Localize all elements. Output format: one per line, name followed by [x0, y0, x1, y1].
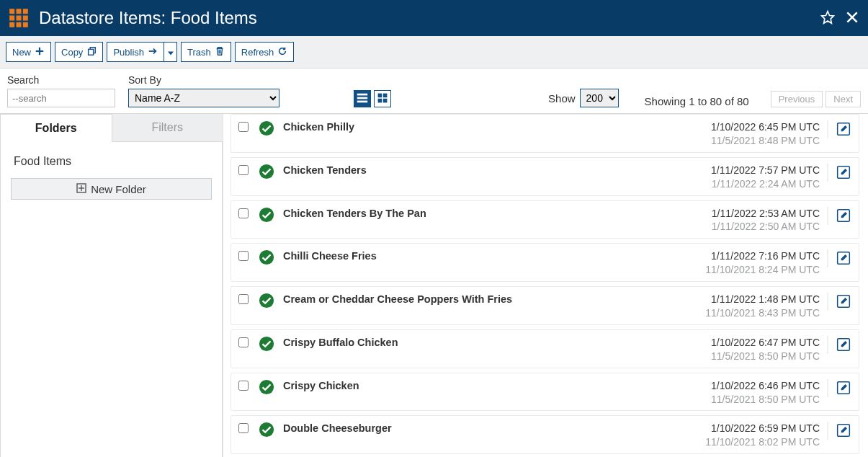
date-modified: 1/11/2022 7:57 PM UTC — [711, 164, 820, 177]
date-modified: 1/10/2022 6:59 PM UTC — [705, 422, 820, 435]
new-button[interactable]: New — [6, 42, 51, 62]
list-item[interactable]: Chicken Tenders1/11/2022 7:57 PM UTC1/11… — [231, 157, 859, 196]
show-count-group: Show 200 — [548, 89, 619, 107]
edit-button[interactable] — [836, 251, 851, 267]
title-bar: Datastore Items: Food Items — [0, 0, 868, 36]
row-checkbox[interactable] — [238, 208, 249, 218]
svg-rect-5 — [23, 16, 28, 21]
row-checkbox[interactable] — [238, 122, 249, 132]
list-item[interactable]: Cream or Cheddar Cheese Poppers With Fri… — [231, 286, 859, 325]
date-created: 1/11/2022 2:50 AM UTC — [712, 220, 820, 234]
svg-rect-19 — [357, 100, 367, 102]
new-folder-button[interactable]: New Folder — [11, 178, 212, 200]
edit-button[interactable] — [836, 337, 851, 354]
item-name: Cream or Cheddar Cheese Poppers With Fri… — [283, 293, 705, 305]
item-name: Chicken Tenders By The Pan — [283, 207, 712, 219]
tab-filters[interactable]: Filters — [112, 114, 223, 142]
item-dates: 1/11/2022 2:53 AM UTC1/11/2022 2:50 AM U… — [712, 207, 827, 234]
sidebar: Folders Filters Food Items New Folder — [0, 114, 223, 457]
copy-button[interactable]: Copy — [55, 42, 103, 62]
publish-button[interactable]: Publish — [107, 42, 164, 62]
svg-rect-20 — [378, 93, 382, 97]
item-list[interactable]: Chicken Philly1/10/2022 6:45 PM UTC11/5/… — [223, 114, 868, 457]
search-label: Search — [7, 74, 115, 86]
copy-icon — [86, 46, 97, 58]
new-button-label: New — [12, 47, 31, 58]
edit-button[interactable] — [836, 165, 851, 182]
svg-rect-8 — [23, 22, 28, 27]
next-button[interactable]: Next — [826, 91, 861, 107]
pager: Previous Next — [771, 91, 861, 107]
folder-root-label[interactable]: Food Items — [14, 155, 212, 168]
edit-button[interactable] — [836, 208, 851, 225]
svg-rect-3 — [9, 16, 14, 21]
sort-group: Sort By Name A-Z — [128, 74, 279, 107]
date-modified: 1/11/2022 7:16 PM UTC — [705, 249, 820, 263]
edit-button[interactable] — [836, 423, 851, 440]
status-ok-icon — [259, 164, 274, 179]
edit-button[interactable] — [836, 122, 851, 138]
apps-grid-icon[interactable] — [9, 8, 29, 28]
close-icon[interactable] — [845, 10, 859, 27]
svg-marker-16 — [168, 51, 174, 55]
row-checkbox[interactable] — [238, 294, 249, 304]
item-name: Chicken Philly — [283, 120, 711, 133]
copy-button-label: Copy — [61, 47, 83, 58]
sort-label: Sort By — [128, 74, 279, 86]
status-ok-icon — [259, 293, 274, 309]
svg-point-33 — [259, 250, 274, 265]
svg-rect-14 — [89, 49, 94, 55]
date-created: 11/5/2021 8:50 PM UTC — [711, 350, 820, 363]
svg-marker-9 — [822, 11, 834, 23]
favorite-star-icon[interactable] — [820, 10, 835, 27]
list-item[interactable]: Chicken Philly1/10/2022 6:45 PM UTC11/5/… — [231, 114, 859, 153]
previous-button[interactable]: Previous — [771, 91, 823, 107]
action-toolbar: New Copy Publish Trash Refresh — [0, 36, 868, 68]
plus-icon — [35, 46, 45, 58]
list-item[interactable]: Chicken Tenders By The Pan1/11/2022 2:53… — [231, 200, 859, 239]
sort-select[interactable]: Name A-Z — [128, 89, 279, 107]
item-dates: 1/10/2022 6:59 PM UTC11/10/2021 8:02 PM … — [705, 422, 827, 449]
caret-down-icon — [168, 47, 174, 58]
list-item[interactable]: Double Cheeseburger1/10/2022 6:59 PM UTC… — [231, 415, 859, 454]
grid-view-button[interactable] — [374, 90, 391, 107]
row-checkbox[interactable] — [238, 381, 249, 391]
list-item[interactable]: Crispy Buffalo Chicken1/10/2022 6:47 PM … — [231, 329, 859, 368]
date-created: 1/11/2022 2:24 AM UTC — [711, 177, 820, 191]
search-group: Search — [7, 74, 115, 107]
row-checkbox[interactable] — [238, 165, 249, 175]
svg-rect-0 — [9, 9, 14, 14]
list-item[interactable]: Chilli Cheese Fries1/11/2022 7:16 PM UTC… — [231, 243, 859, 282]
svg-point-35 — [259, 293, 274, 308]
list-view-button[interactable] — [354, 90, 371, 107]
search-input[interactable] — [7, 89, 115, 107]
refresh-button[interactable]: Refresh — [235, 42, 295, 62]
edit-button[interactable] — [836, 294, 851, 311]
svg-rect-22 — [378, 98, 382, 102]
item-dates: 1/11/2022 7:57 PM UTC1/11/2022 2:24 AM U… — [711, 164, 827, 191]
date-modified: 1/10/2022 6:45 PM UTC — [711, 120, 820, 134]
trash-button[interactable]: Trash — [181, 42, 231, 62]
row-checkbox[interactable] — [238, 251, 249, 261]
trash-icon — [215, 46, 225, 58]
new-folder-label: New Folder — [91, 183, 146, 195]
publish-dropdown[interactable] — [164, 42, 177, 62]
date-created: 11/5/2021 8:48 PM UTC — [711, 134, 820, 148]
result-summary: Showing 1 to 80 of 80 — [645, 95, 749, 107]
tab-folders[interactable]: Folders — [0, 114, 112, 142]
list-view-icon — [356, 92, 369, 107]
row-checkbox[interactable] — [238, 423, 249, 433]
svg-point-41 — [259, 422, 274, 437]
item-name: Crispy Chicken — [283, 379, 711, 391]
date-modified: 1/10/2022 6:46 PM UTC — [711, 379, 820, 393]
svg-point-31 — [259, 207, 274, 221]
item-name: Chicken Tenders — [283, 164, 711, 176]
date-created: 11/5/2021 8:50 PM UTC — [711, 393, 820, 407]
list-item[interactable]: Crispy Chicken1/10/2022 6:46 PM UTC11/5/… — [231, 373, 859, 412]
edit-button[interactable] — [836, 381, 851, 397]
row-checkbox[interactable] — [238, 337, 249, 347]
show-count-select[interactable]: 200 — [580, 89, 619, 107]
trash-button-label: Trash — [187, 47, 211, 58]
show-label: Show — [548, 92, 576, 105]
status-ok-icon — [259, 120, 274, 136]
